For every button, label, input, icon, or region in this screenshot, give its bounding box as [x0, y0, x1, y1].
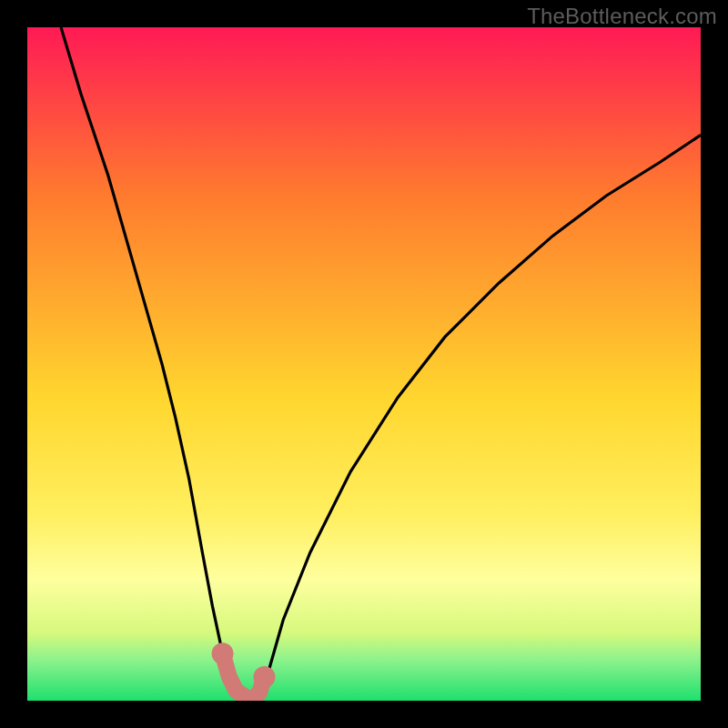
- bottleneck-curve: [61, 27, 701, 701]
- plot-area: [27, 27, 701, 701]
- svg-point-1: [212, 642, 234, 664]
- watermark-text: TheBottleneck.com: [527, 4, 717, 29]
- chart-frame: TheBottleneck.com: [0, 0, 728, 728]
- curve-layer: [27, 27, 701, 701]
- svg-point-2: [253, 666, 275, 688]
